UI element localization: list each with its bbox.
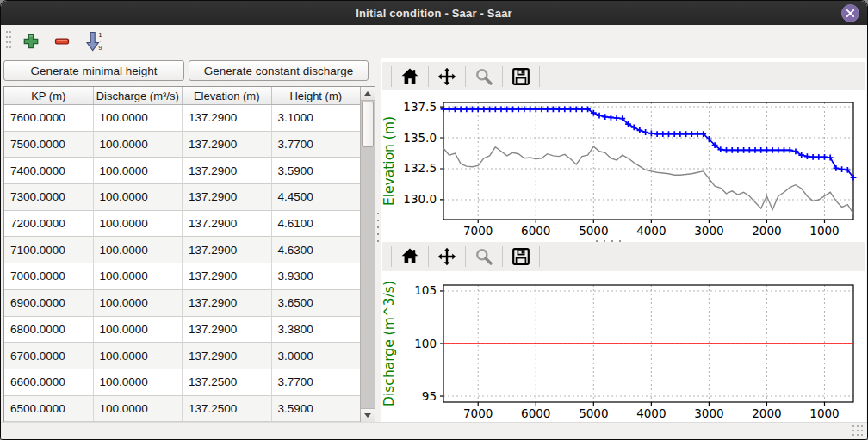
home-button[interactable] — [397, 65, 423, 89]
toolbar-separator — [428, 246, 429, 267]
table-cell[interactable]: 7000.0000 — [4, 263, 94, 290]
toolbar-drag-handle[interactable] — [6, 31, 13, 52]
discharge-chart[interactable]: 700060005000400030002000100010510095Disc… — [381, 273, 866, 423]
table-cell[interactable]: 100.0000 — [94, 396, 183, 422]
close-icon — [846, 9, 855, 18]
toolbar-separator — [465, 246, 466, 267]
table-cell[interactable]: 4.6100 — [272, 211, 361, 238]
svg-text:95: 95 — [422, 389, 437, 403]
scrollbar-thumb[interactable] — [362, 102, 374, 147]
svg-text:3000: 3000 — [694, 406, 723, 420]
home-icon — [400, 247, 419, 266]
table-cell[interactable]: 3.9300 — [272, 263, 361, 290]
column-header[interactable]: KP (m) — [4, 87, 94, 104]
resize-grip[interactable] — [852, 425, 863, 436]
table-cell[interactable]: 137.2900 — [183, 211, 272, 238]
table-cell[interactable]: 6600.0000 — [4, 369, 94, 396]
table-row: 6800.0000100.0000137.29003.3800 — [4, 317, 360, 344]
table-cell[interactable]: 137.2900 — [183, 132, 272, 158]
table-cell[interactable]: 100.0000 — [94, 343, 183, 369]
table-cell[interactable]: 100.0000 — [94, 105, 183, 132]
generate-constant-discharge-button[interactable]: Generate constant discharge — [189, 60, 369, 81]
zoom-button[interactable] — [471, 245, 497, 269]
table-cell[interactable]: 137.2900 — [183, 317, 272, 344]
column-header[interactable]: Height (m) — [272, 87, 361, 104]
table-body: 7600.0000100.0000137.29003.10007500.0000… — [4, 105, 360, 422]
table-cell[interactable]: 100.0000 — [94, 317, 183, 344]
table-row: 6900.0000100.0000137.29003.6500 — [4, 290, 360, 317]
zoom-button[interactable] — [471, 65, 497, 89]
toolbar-separator — [539, 246, 540, 267]
window-title: Initial condition - Saar - Saar — [356, 7, 512, 20]
elevation-chart[interactable]: 7000600050004000300020001000137.5135.013… — [381, 90, 866, 242]
table-cell[interactable]: 3.7700 — [272, 132, 361, 158]
triangle-down-icon — [364, 413, 371, 418]
toolbar-separator — [539, 66, 540, 87]
table-cell[interactable]: 3.7700 — [272, 369, 361, 396]
table-cell[interactable]: 137.2900 — [183, 290, 272, 317]
svg-text:3000: 3000 — [694, 224, 723, 238]
pan-button[interactable] — [434, 245, 460, 269]
toolbar-separator — [391, 66, 392, 87]
save-icon — [512, 247, 530, 266]
table-cell[interactable]: 137.2900 — [183, 237, 272, 263]
save-button[interactable] — [508, 245, 534, 269]
toolbar-separator — [502, 66, 503, 87]
table-cell[interactable]: 4.4500 — [272, 184, 361, 211]
table-cell[interactable]: 3.3800 — [272, 317, 361, 344]
table-cell[interactable]: 100.0000 — [94, 369, 183, 396]
table-cell[interactable]: 7600.0000 — [4, 105, 94, 132]
scroll-down-button[interactable] — [361, 408, 375, 422]
add-row-button[interactable] — [18, 28, 44, 54]
pan-icon — [437, 67, 456, 86]
sort-button[interactable]: 1 : 9 — [80, 28, 106, 54]
table-cell[interactable]: 6700.0000 — [4, 343, 94, 369]
table-cell[interactable]: 100.0000 — [94, 158, 183, 184]
table-cell[interactable]: 100.0000 — [94, 211, 183, 238]
table-cell[interactable]: 7200.0000 — [4, 211, 94, 238]
table-cell[interactable]: 6800.0000 — [4, 317, 94, 344]
table-cell[interactable]: 4.6300 — [272, 237, 361, 263]
table-cell[interactable]: 6500.0000 — [4, 396, 94, 422]
table-cell[interactable]: 100.0000 — [94, 237, 183, 263]
svg-text:5000: 5000 — [579, 406, 608, 420]
table-row: 7200.0000100.0000137.29004.6100 — [4, 211, 360, 238]
table-cell[interactable]: 100.0000 — [94, 290, 183, 317]
table-cell[interactable]: 137.2900 — [183, 158, 272, 184]
table-cell[interactable]: 7300.0000 — [4, 184, 94, 211]
column-header[interactable]: Discharge (m³/s) — [94, 87, 183, 104]
vertical-scrollbar[interactable] — [360, 87, 375, 422]
table-cell[interactable]: 6900.0000 — [4, 290, 94, 317]
save-button[interactable] — [508, 65, 534, 89]
pan-button[interactable] — [434, 65, 460, 89]
table-cell[interactable]: 3.5900 — [272, 396, 361, 422]
column-header[interactable]: Elevation (m) — [183, 87, 272, 104]
data-table: KP (m)Discharge (m³/s)Elevation (m)Heigh… — [3, 86, 375, 423]
table-cell[interactable]: 137.2900 — [183, 184, 272, 211]
table-cell[interactable]: 137.2900 — [183, 343, 272, 369]
table-cell[interactable]: 100.0000 — [94, 184, 183, 211]
scroll-up-button[interactable] — [361, 87, 375, 101]
svg-text:105: 105 — [414, 283, 437, 297]
table-row: 7600.0000100.0000137.29003.1000 — [4, 105, 360, 132]
generate-minimal-height-button[interactable]: Generate minimal height — [3, 60, 184, 81]
table-cell[interactable]: 137.2900 — [183, 263, 272, 290]
svg-text:1000: 1000 — [809, 224, 839, 238]
table-cell[interactable]: 137.2500 — [183, 369, 272, 396]
table-cell[interactable]: 3.6500 — [272, 290, 361, 317]
table-cell[interactable]: 137.2900 — [183, 105, 272, 132]
svg-text:4000: 4000 — [636, 406, 666, 420]
table-cell[interactable]: 100.0000 — [94, 263, 183, 290]
table-cell[interactable]: 7500.0000 — [4, 132, 94, 158]
home-button[interactable] — [397, 245, 423, 269]
sort-ascending-icon: 1 : 9 — [82, 30, 104, 53]
table-cell[interactable]: 3.1000 — [272, 105, 361, 132]
table-cell[interactable]: 137.2500 — [183, 396, 272, 422]
table-cell[interactable]: 7400.0000 — [4, 158, 94, 184]
table-cell[interactable]: 3.0000 — [272, 343, 361, 369]
table-cell[interactable]: 3.5900 — [272, 158, 361, 184]
table-cell[interactable]: 100.0000 — [94, 132, 183, 158]
remove-row-button[interactable] — [49, 28, 75, 54]
close-button[interactable] — [841, 4, 859, 22]
table-cell[interactable]: 7100.0000 — [4, 237, 94, 263]
